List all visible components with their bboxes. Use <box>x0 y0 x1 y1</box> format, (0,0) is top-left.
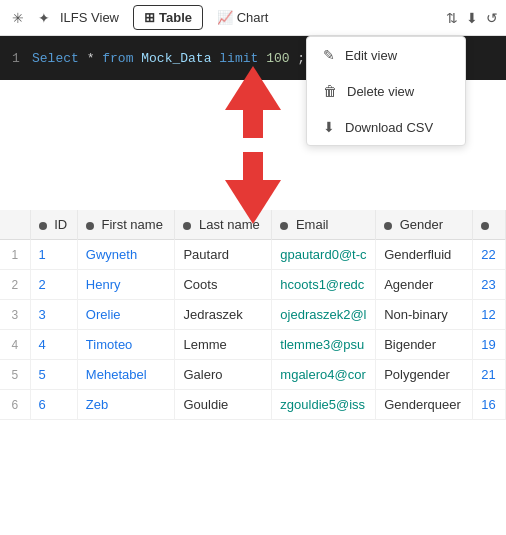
table-grid-icon: ⊞ <box>144 10 155 25</box>
download-csv-item[interactable]: ⬇ Download CSV <box>307 109 465 145</box>
id-cell[interactable]: 5 <box>30 360 77 390</box>
lastname-cell: Lemme <box>175 330 272 360</box>
email-cell: tlemme3@psu <box>272 330 376 360</box>
id-col-dot <box>39 222 47 230</box>
id-cell[interactable]: 2 <box>30 270 77 300</box>
gender-cell: Genderfluid <box>376 240 473 270</box>
lastname-cell: Coots <box>175 270 272 300</box>
refresh-icon[interactable]: ↺ <box>486 10 498 26</box>
firstname-cell: Timoteo <box>77 330 175 360</box>
table-row: 55MehetabelGaleromgalero4@corPolygender2… <box>0 360 506 390</box>
extra-cell: 21 <box>473 360 506 390</box>
edit-view-label: Edit view <box>345 48 397 63</box>
row-number: 4 <box>0 330 30 360</box>
email-cell: hcoots1@redc <box>272 270 376 300</box>
delete-icon: 🗑 <box>323 83 337 99</box>
table-row: 33OrelieJedraszekojedraszek2@lNon-binary… <box>0 300 506 330</box>
lastname-cell: Galero <box>175 360 272 390</box>
table-row: 44TimoteoLemmetlemme3@psuBigender19 <box>0 330 506 360</box>
firstname-cell: Orelie <box>77 300 175 330</box>
gender-cell: Non-binary <box>376 300 473 330</box>
extra-cell: 22 <box>473 240 506 270</box>
data-table: ID First name Last name Email Gender <box>0 210 506 420</box>
gender-col-dot <box>384 222 392 230</box>
sql-table-name: Mock_Data <box>141 51 211 66</box>
sql-limit: limit <box>219 51 258 66</box>
email-cell: zgouldie5@iss <box>272 390 376 420</box>
up-arrow-head <box>225 66 281 110</box>
extra-cell: 23 <box>473 270 506 300</box>
data-table-wrapper: ID First name Last name Email Gender <box>0 210 506 420</box>
gender-cell: Genderqueer <box>376 390 473 420</box>
id-cell[interactable]: 4 <box>30 330 77 360</box>
gender-cell: Bigender <box>376 330 473 360</box>
toolbar-actions: ⇅ ⬇ ↺ <box>446 10 498 26</box>
firstname-column-header[interactable]: First name <box>77 210 175 240</box>
up-arrow-stem <box>243 110 263 138</box>
row-number: 3 <box>0 300 30 330</box>
firstname-cell: Henry <box>77 270 175 300</box>
id-cell[interactable]: 6 <box>30 390 77 420</box>
edit-view-item[interactable]: ✎ Edit view <box>307 37 465 73</box>
gender-cell: Polygender <box>376 360 473 390</box>
gender-cell: Agender <box>376 270 473 300</box>
lastname-cell: Pautard <box>175 240 272 270</box>
pin-icon[interactable]: ✳ <box>8 8 28 28</box>
download-csv-icon: ⬇ <box>323 119 335 135</box>
id-column-header[interactable]: ID <box>30 210 77 240</box>
filter-icon[interactable]: ⇅ <box>446 10 458 26</box>
email-col-dot <box>280 222 288 230</box>
context-menu: ✎ Edit view 🗑 Delete view ⬇ Download CSV <box>306 36 466 146</box>
gender-column-header[interactable]: Gender <box>376 210 473 240</box>
up-arrow <box>225 66 281 138</box>
firstname-col-dot <box>86 222 94 230</box>
id-cell[interactable]: 1 <box>30 240 77 270</box>
email-cell: gpautard0@t-c <box>272 240 376 270</box>
sql-line-number: 1 <box>12 51 24 66</box>
table-row: 66ZebGouldiezgouldie5@issGenderqueer16 <box>0 390 506 420</box>
firstname-cell: Mehetabel <box>77 360 175 390</box>
lastname-cell: Gouldie <box>175 390 272 420</box>
row-number: 6 <box>0 390 30 420</box>
extra-cell: 16 <box>473 390 506 420</box>
row-number: 5 <box>0 360 30 390</box>
id-cell[interactable]: 3 <box>30 300 77 330</box>
extra-cell: 12 <box>473 300 506 330</box>
down-arrow <box>225 152 281 224</box>
edit-icon: ✎ <box>323 47 335 63</box>
arrows-container <box>225 66 281 224</box>
sql-select: Select <box>32 51 79 66</box>
lastname-col-dot <box>183 222 191 230</box>
email-column-header[interactable]: Email <box>272 210 376 240</box>
extra-column-header[interactable] <box>473 210 506 240</box>
chart-tab[interactable]: 📈 Chart <box>209 6 276 29</box>
toolbar: ✳ ✦ ILFS View ⊞ Table 📈 Chart ⇅ ⬇ ↺ <box>0 0 506 36</box>
firstname-cell: Zeb <box>77 390 175 420</box>
email-cell: ojedraszek2@l <box>272 300 376 330</box>
email-cell: mgalero4@cor <box>272 360 376 390</box>
firstname-cell: Gwyneth <box>77 240 175 270</box>
download-csv-label: Download CSV <box>345 120 433 135</box>
table-row: 11GwynethPautardgpautard0@t-cGenderfluid… <box>0 240 506 270</box>
lastname-cell: Jedraszek <box>175 300 272 330</box>
view-title: ILFS View <box>60 10 119 25</box>
table-tab[interactable]: ⊞ Table <box>133 5 203 30</box>
star-icon[interactable]: ✦ <box>34 8 54 28</box>
sql-limit-value: 100 <box>266 51 289 66</box>
delete-view-item[interactable]: 🗑 Delete view <box>307 73 465 109</box>
row-number: 2 <box>0 270 30 300</box>
download-icon[interactable]: ⬇ <box>466 10 478 26</box>
chart-icon: 📈 <box>217 10 233 25</box>
sql-query: Select * from Mock_Data limit 100 ; <box>32 51 305 66</box>
table-row: 22HenryCootshcoots1@redcAgender23 <box>0 270 506 300</box>
row-number: 1 <box>0 240 30 270</box>
row-number-header <box>0 210 30 240</box>
extra-cell: 19 <box>473 330 506 360</box>
delete-view-label: Delete view <box>347 84 414 99</box>
extra-col-dot <box>481 222 489 230</box>
down-arrow-stem <box>243 152 263 180</box>
sql-from: from <box>102 51 133 66</box>
